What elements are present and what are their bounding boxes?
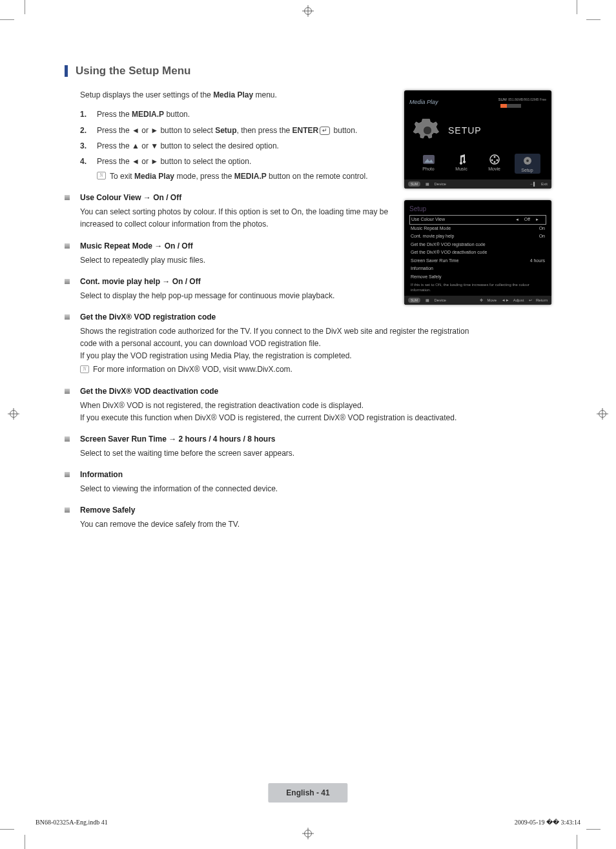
footer-device: Device bbox=[434, 182, 446, 186]
tv-screenshots: Media Play SUM 851.86MB/993.02MB Free SE… bbox=[404, 90, 551, 316]
music-icon bbox=[449, 154, 475, 165]
tv2-row: Get the DivX® VOD registration code bbox=[409, 241, 546, 249]
tv1-setup: Setup bbox=[515, 154, 540, 174]
tv2-row: Music Repeat ModeOn bbox=[409, 225, 546, 233]
desc-line: If you play the VOD registration using M… bbox=[80, 350, 551, 362]
item-title: Screen Saver Run Time → 2 hours / 4 hour… bbox=[80, 433, 551, 445]
row-label: Screen Saver Run Time bbox=[411, 258, 458, 265]
exit-icon: →▌ bbox=[529, 182, 536, 186]
bullet-icon bbox=[65, 507, 70, 513]
tv2-note: If this is set to ON, the loading time i… bbox=[409, 281, 546, 296]
footer-device: Device bbox=[434, 298, 446, 302]
footer-sum: SUM bbox=[408, 181, 420, 187]
enter-icon: ↵ bbox=[320, 127, 330, 135]
adjust-icon: ◄► bbox=[502, 298, 509, 302]
label: Setup bbox=[515, 168, 540, 172]
step-note: N To exit Media Play mode, press the MED… bbox=[97, 170, 375, 183]
t: button. bbox=[331, 126, 357, 135]
intro-text: Setup displays the user settings of the … bbox=[80, 89, 375, 101]
step-number: 4. bbox=[80, 155, 97, 183]
bullet-icon bbox=[65, 472, 70, 477]
t: button. bbox=[164, 110, 190, 119]
note-icon: N bbox=[97, 172, 106, 179]
t: mode, press the bbox=[174, 172, 234, 181]
tv-media-play: Media Play SUM 851.86MB/993.02MB Free SE… bbox=[404, 90, 551, 189]
tv1-sum: SUM bbox=[498, 97, 506, 101]
item-desc: Select to set the waiting time before th… bbox=[80, 447, 551, 460]
step-3: 3. Press the ▲ or ▼ button to select the… bbox=[80, 139, 375, 152]
svg-point-21 bbox=[526, 159, 529, 162]
row-label: Use Colour View bbox=[411, 216, 445, 223]
item-information: Information Select to viewing the inform… bbox=[65, 469, 551, 495]
tv1-storage: SUM 851.86MB/993.02MB Free bbox=[498, 96, 546, 108]
svg-point-19 bbox=[493, 161, 495, 163]
tv1-photo: Photo bbox=[416, 154, 442, 174]
device-icon: ▦ bbox=[426, 182, 429, 186]
tv1-header: Media Play SUM 851.86MB/993.02MB Free bbox=[409, 96, 546, 108]
label: Photo bbox=[416, 167, 442, 171]
print-footer: BN68-02325A-Eng.indb 41 2009-05-19 �� 3:… bbox=[36, 819, 580, 826]
intro-bold: Media Play bbox=[213, 90, 253, 99]
svg-point-12 bbox=[423, 126, 431, 134]
section-title-text: Using the Setup Menu bbox=[76, 65, 191, 77]
item-desc: You can select sorting photos by colour.… bbox=[80, 206, 390, 230]
row-label: Music Repeat Mode bbox=[411, 225, 451, 232]
svg-point-16 bbox=[493, 156, 495, 158]
page-number: English - 41 bbox=[268, 783, 347, 803]
item-desc: You can remove the device safely from th… bbox=[80, 518, 551, 531]
step-body: Press the MEDIA.P button. bbox=[97, 108, 375, 121]
bullet-icon bbox=[65, 389, 70, 394]
t: button on the remote control. bbox=[267, 172, 368, 181]
item-divx-registration: Get the DivX® VOD registration code Show… bbox=[65, 311, 551, 376]
step-body: Press the ◄ or ► button to select Setup,… bbox=[97, 124, 375, 137]
section-heading: Using the Setup Menu bbox=[65, 65, 551, 77]
tv2-row: Use Colour View◄Off► bbox=[409, 215, 546, 225]
footer-return: Return bbox=[536, 298, 548, 302]
bullet-icon bbox=[65, 243, 70, 249]
label: Movie bbox=[482, 167, 508, 171]
row-label: Remove Safely bbox=[411, 274, 441, 281]
storage-bar-icon bbox=[500, 104, 521, 108]
t: MEDIA.P bbox=[132, 110, 164, 119]
accent-bar bbox=[65, 65, 68, 77]
gear-icon bbox=[515, 155, 540, 167]
step-4: 4. Press the ◄ or ► button to select the… bbox=[80, 155, 375, 183]
movie-icon bbox=[482, 154, 508, 165]
return-icon: ↩ bbox=[529, 298, 532, 302]
t: Media Play bbox=[134, 172, 174, 181]
t: To exit bbox=[110, 172, 134, 181]
tv1-title: Media Play bbox=[409, 99, 438, 105]
footer-right: 2009-05-19 �� 3:43:14 bbox=[515, 819, 580, 826]
tv1-category-row: Photo Music Movie Setup bbox=[409, 154, 546, 178]
footer-move: Move bbox=[487, 298, 497, 302]
step-body: Press the ▲ or ▼ button to select the de… bbox=[97, 139, 375, 152]
item-title: Information bbox=[80, 469, 551, 480]
svg-point-17 bbox=[491, 159, 493, 161]
tv2-row: Screen Saver Run Time4 hours bbox=[409, 257, 546, 265]
photo-icon bbox=[416, 154, 442, 165]
footer-sum: SUM bbox=[408, 298, 420, 303]
bullet-icon bbox=[65, 314, 70, 320]
note-text: To exit Media Play mode, press the MEDIA… bbox=[110, 170, 368, 183]
tv2-row: Information bbox=[409, 265, 546, 273]
item-desc: Select to viewing the information of the… bbox=[80, 483, 551, 495]
tv1-main: SETUP bbox=[409, 112, 546, 154]
bullet-icon bbox=[65, 195, 70, 200]
tv2-row: Get the DivX® VOD deactivation code bbox=[409, 249, 546, 257]
item-divx-deactivation: Get the DivX® VOD deactivation code When… bbox=[65, 385, 551, 424]
device-icon: ▦ bbox=[426, 298, 429, 302]
row-label: Get the DivX® VOD deactivation code bbox=[411, 249, 487, 256]
row-value: 4 hours bbox=[530, 258, 545, 265]
intro-pre: Setup displays the user settings of the bbox=[80, 90, 213, 99]
row-value: On bbox=[539, 225, 545, 232]
row-value: On bbox=[539, 233, 545, 240]
item-title: Get the DivX® VOD deactivation code bbox=[80, 385, 551, 397]
footer-left: BN68-02325A-Eng.indb 41 bbox=[36, 819, 108, 826]
gear-icon bbox=[413, 116, 442, 145]
desc-line: Shows the registration code authorized f… bbox=[80, 325, 480, 350]
note-icon: N bbox=[80, 365, 89, 373]
step-1: 1. Press the MEDIA.P button. bbox=[80, 108, 375, 121]
row-label: Cont. movie play help bbox=[411, 233, 454, 240]
tv2-heading: Setup bbox=[409, 205, 546, 212]
footer-adjust: Adjust bbox=[513, 298, 524, 302]
